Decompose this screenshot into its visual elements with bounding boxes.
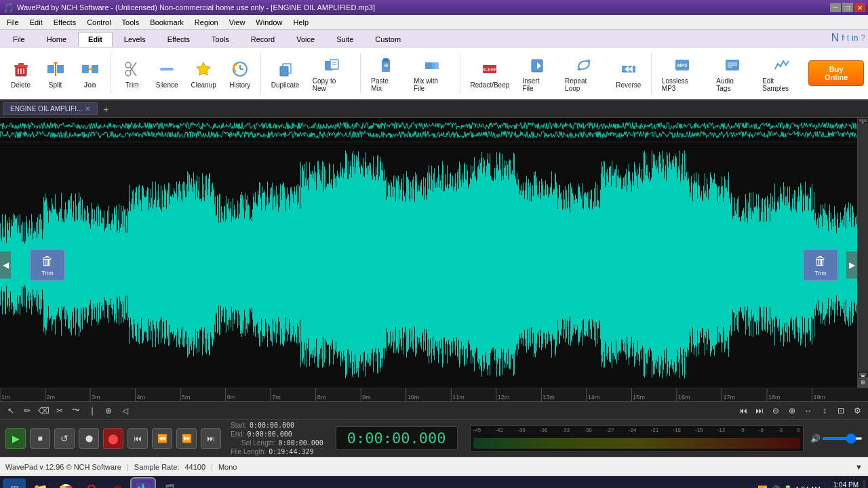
fast-forward-button[interactable]: ⏩ (176, 428, 197, 449)
taskbar-opera[interactable]: O (80, 479, 103, 489)
loop-button[interactable]: ↺ (54, 428, 75, 449)
tool-fit-v[interactable]: ↕ (818, 404, 831, 418)
start-button[interactable]: ⊞ (3, 479, 26, 489)
menubar-view[interactable]: View (224, 15, 251, 29)
menubar-file[interactable]: File (1, 15, 24, 29)
tool-skip-end[interactable]: ⏭ (753, 404, 766, 418)
tab-effects[interactable]: Effects (157, 32, 200, 47)
svg-rect-23 (280, 66, 288, 76)
tool-zoom-in[interactable]: ⊕ (785, 404, 799, 418)
menubar-tools[interactable]: Tools (117, 15, 145, 29)
tool-skip-start[interactable]: ⏮ (736, 404, 750, 418)
tab-custom[interactable]: Custom (365, 32, 411, 47)
delete-button[interactable]: Delete (4, 50, 37, 96)
tool-settings[interactable]: ⚙ (850, 404, 864, 418)
menubar-region[interactable]: Region (189, 15, 224, 29)
tool-fit-h[interactable]: ↔ (802, 404, 815, 418)
dropdown-icon[interactable]: ▼ (855, 463, 863, 471)
tab-home[interactable]: Home (37, 32, 77, 47)
tool-cut[interactable]: ✂ (53, 404, 66, 418)
show-desktop[interactable] (863, 480, 865, 489)
repeat-loop-label: Repeat Loop (565, 77, 603, 92)
close-btn[interactable]: ✕ (854, 3, 865, 12)
stop-button[interactable]: ■ (30, 428, 50, 449)
history-button[interactable]: History (223, 50, 256, 96)
taskbar-chrome[interactable] (54, 479, 77, 489)
tray-network: 📶 (757, 485, 768, 489)
tool-zoom-sel[interactable]: ⊡ (834, 404, 848, 418)
tool-extra[interactable]: ◁ (118, 404, 132, 418)
silence-button[interactable]: Silence (150, 50, 184, 96)
audio-tags-button[interactable]: Audio Tags (710, 50, 755, 96)
volume-slider[interactable] (822, 437, 863, 440)
trim-button[interactable]: Trim (115, 50, 149, 96)
duplicate-button[interactable]: Duplicate (265, 50, 304, 96)
trim-right-button[interactable]: 🗑 Trim (803, 249, 838, 281)
tool-pencil[interactable]: ✏ (20, 404, 34, 418)
trim-left-button[interactable]: 🗑 Trim (30, 249, 65, 281)
menubar-edit[interactable]: Edit (24, 15, 48, 29)
edit-samples-button[interactable]: Edit Samples (756, 50, 807, 96)
file-tab-close[interactable]: ✕ (85, 105, 90, 113)
nav-arrow-right[interactable]: ▶ (846, 251, 857, 279)
menubar-window[interactable]: Window (250, 15, 288, 29)
right-scrollbar[interactable]: ▲ ▼ ⊕ (857, 118, 868, 388)
menubar-control[interactable]: Control (81, 15, 116, 29)
scrollbar-down[interactable]: ▼ (859, 373, 867, 375)
ribbon-tabs: File Home Edit Levels Effects Tools Reco… (0, 30, 868, 47)
scrollbar-track[interactable] (858, 123, 868, 371)
join-button[interactable]: Jon (73, 50, 106, 96)
file-tabs: ENGINE OIL AMPLIFI... ✕ + (0, 100, 868, 118)
split-icon (45, 58, 66, 80)
tool-erase[interactable]: ⌫ (37, 404, 50, 418)
reverse-button[interactable]: Reverse (610, 50, 647, 96)
trim-right-label: Trim (814, 270, 827, 277)
insert-file-button[interactable]: Insert File (516, 50, 557, 96)
minimize-btn[interactable]: ─ (830, 3, 841, 12)
menubar-help[interactable]: Help (288, 15, 314, 29)
skip-end-button[interactable]: ⏭ (201, 428, 221, 449)
tab-levels[interactable]: Levels (114, 32, 156, 47)
record-monitor-button[interactable]: ⬤ (79, 428, 99, 449)
menubar-effects[interactable]: Effects (48, 15, 81, 29)
copy-to-new-button[interactable]: Copy to New (307, 50, 357, 96)
timecode-display: 0:00:00.000 (336, 426, 458, 450)
tab-tools[interactable]: Tools (201, 32, 239, 47)
rewind-button[interactable]: ⏪ (152, 428, 172, 449)
lossless-mp3-button[interactable]: MP3 Lossless MP3 (656, 50, 709, 96)
tab-voice[interactable]: Voice (286, 32, 325, 47)
menubar-bookmark[interactable]: Bookmark (144, 15, 189, 29)
taskbar-vivaldi[interactable]: ❋ (106, 479, 129, 489)
tab-edit[interactable]: Edit (78, 32, 113, 47)
taskbar-wavepad[interactable] (132, 479, 155, 489)
tool-zoom-out[interactable]: ⊖ (769, 404, 783, 418)
svg-text:MP3: MP3 (677, 63, 688, 68)
taskbar-explorer[interactable]: 📁 (28, 479, 52, 489)
mix-with-file-button[interactable]: Mix with File (408, 50, 456, 96)
repeat-loop-button[interactable]: Repeat Loop (559, 50, 609, 96)
buy-online-button[interactable]: Buy Online (808, 60, 864, 86)
add-tab-button[interactable]: + (98, 102, 114, 116)
tool-select[interactable]: ↖ (4, 404, 18, 418)
history-label: History (229, 81, 250, 89)
file-tab-engine[interactable]: ENGINE OIL AMPLIFI... ✕ (3, 102, 98, 115)
taskbar-reaper[interactable]: 🎵 (157, 479, 180, 489)
paste-mix-button[interactable]: ⊕ Paste Mix (365, 50, 406, 96)
tab-record[interactable]: Record (241, 32, 285, 47)
tool-marker[interactable]: | (85, 404, 99, 418)
tool-wave[interactable]: 〜 (69, 404, 83, 418)
cleanup-button[interactable]: Cleanup (185, 50, 222, 96)
maximize-btn[interactable]: □ (842, 3, 853, 12)
scrollbar-up[interactable]: ▲ (859, 119, 867, 122)
zoom-in-icon[interactable]: ⊕ (858, 377, 868, 388)
nav-arrow-left[interactable]: ◀ (0, 251, 11, 279)
skip-start-button[interactable]: ⏮ (127, 428, 148, 449)
waveform-container[interactable]: 🗑 Trim 🗑 Trim ◀ ▶ (0, 118, 857, 388)
tool-zoom[interactable]: ⊕ (102, 404, 115, 418)
split-button[interactable]: Split (39, 50, 72, 96)
tab-suite[interactable]: Suite (326, 32, 363, 47)
record-button[interactable]: ⬤ (103, 428, 123, 449)
play-button[interactable]: ▶ (5, 428, 26, 449)
tab-file[interactable]: File (3, 32, 35, 47)
redact-button[interactable]: BLEEP Redact/Beep (465, 50, 515, 96)
